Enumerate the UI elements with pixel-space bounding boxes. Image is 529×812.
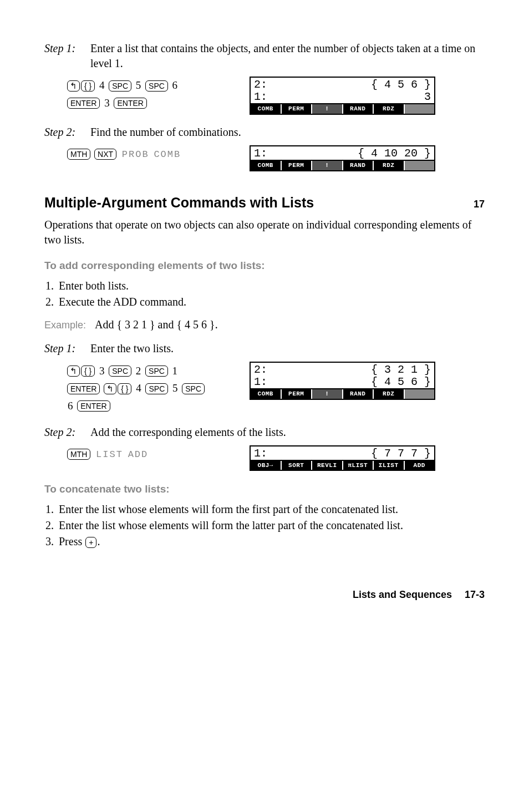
stack-level-1: 1: [254,376,267,388]
list-item: Execute the ADD command. [57,295,485,309]
digit-3: 3 [104,95,110,111]
digit-3: 3 [99,363,105,379]
stack-level-2: 2: [254,79,267,91]
softkey-empty [405,104,435,114]
softkey: PERM [282,161,313,170]
add-steps-list: Enter both lists. Execute the ADD comman… [44,278,485,309]
step2: Step 2: Find the number of combinations. [44,125,485,140]
example-label: Example: [44,319,86,331]
softkey: PERM [282,389,313,399]
softkey: ! [312,104,343,114]
softkey: COMB [251,389,282,399]
softkey: ! [312,389,343,399]
spc-key: SPC [145,383,168,394]
digit-6: 6 [172,77,178,94]
subhead-concat: To concatenate two lists: [44,482,485,496]
step2-row: MTH NXT PROB COMB 1:{ 4 10 20 } COMB PER… [44,145,485,171]
step1-screen: 2:{ 4 5 6 } 1:3 COMB PERM ! RAND RDZ [250,77,435,115]
softkey: RAND [343,161,374,170]
example-line: Example: Add { 3 2 1 } and { 4 5 6 }. [44,317,485,332]
softkey: RDZ [374,161,405,170]
brace-key: { } [81,80,95,92]
softkey: ADD [405,461,435,470]
example-text: Add { 3 2 1 } and { 4 5 6 }. [95,318,218,331]
digit-6: 6 [68,398,73,414]
softkey: COMB [251,104,282,114]
ex-step2: Step 2: Add the corresponding elements o… [44,425,485,440]
softkey-row: OBJ→ SORT REVLI πLIST ΣLIST ADD [251,460,434,470]
softkey: SORT [282,461,313,470]
page-footer: Lists and Sequences 17-3 [44,588,485,601]
brace-key: { } [118,383,131,394]
press-text: Press [59,535,85,547]
step1: Step 1: Enter a list that contains the o… [44,41,485,71]
stack-value-1: { 7 7 7 } [371,448,431,460]
softkey: ΣLIST [374,461,405,470]
mth-key: MTH [67,449,90,460]
softkey: PERM [282,104,313,114]
ex-step2-label: Step 2: [44,425,88,440]
menu-list: LIST [96,447,123,462]
stack-value-1: { 4 5 6 } [371,376,431,388]
ex-step1: Step 1: Enter the two lists. [44,341,485,356]
nxt-key: NXT [94,149,116,160]
softkey: RAND [343,104,374,114]
softkey: REVLI [312,461,343,470]
softkey: COMB [251,161,282,170]
enter-key: ENTER [67,98,100,109]
enter-key: ENTER [77,400,110,412]
step2-label: Step 2: [44,125,88,140]
softkey: ! [312,161,343,170]
concat-steps-list: Enter the list whose elements will form … [44,502,485,549]
ex-step1-keys: ↰{ } 3 SPC 2 SPC 1 ENTER ↰{ } 4 SPC 5 SP… [44,362,250,414]
spc-key: SPC [109,366,131,377]
softkey-empty [405,389,435,399]
softkey: OBJ→ [251,461,282,470]
digit-1: 1 [172,363,178,379]
ex-step2-row: MTH LIST ADD 1:{ 7 7 7 } OBJ→ SORT REVLI… [44,445,485,471]
subhead-add: To add corresponding elements of two lis… [44,258,485,273]
spc-key: SPC [182,383,205,394]
ex-step1-text: Enter the two lists. [90,341,484,356]
digit-4: 4 [136,380,141,397]
ex-step1-screen: 2:{ 3 2 1 } 1:{ 4 5 6 } COMB PERM ! RAND… [250,362,435,400]
period: . [97,535,100,547]
softkey-row: COMB PERM ! RAND RDZ [251,103,434,114]
step1-row: ↰{ } 4 SPC 5 SPC 6 ENTER 3 ENTER 2:{ 4 5… [44,77,485,115]
menu-prob: PROB [122,147,149,162]
stack-level-1: 1: [254,448,267,460]
ex-step2-text: Add the corresponding elements of the li… [90,425,484,440]
step1-label: Step 1: [44,41,88,56]
list-item: Enter the list whose elements will form … [57,518,485,533]
ex-step2-screen: 1:{ 7 7 7 } OBJ→ SORT REVLI πLIST ΣLIST … [250,445,435,471]
digit-5: 5 [172,380,178,397]
digit-5: 5 [136,77,141,94]
enter-key: ENTER [114,98,146,109]
spc-key: SPC [145,366,168,377]
menu-comb: COMB [154,147,181,162]
mth-key: MTH [67,149,90,160]
step2-text: Find the number of combinations. [90,125,484,140]
left-shift-key: ↰ [67,366,80,377]
brace-key: { } [81,366,95,377]
step2-screen: 1:{ 4 10 20 } COMB PERM ! RAND RDZ [250,145,435,171]
left-shift-key: ↰ [104,383,116,394]
stack-value-1: 3 [424,91,431,103]
ex-step1-row: ↰{ } 3 SPC 2 SPC 1 ENTER ↰{ } 4 SPC 5 SP… [44,362,485,414]
plus-key: + [85,537,96,548]
section-heading: Multiple-Argument Commands with Lists [44,194,314,212]
spc-key: SPC [109,80,131,92]
softkey: RDZ [374,389,405,399]
list-item: Enter the list whose elements will form … [57,502,485,517]
stack-value-2: { 3 2 1 } [371,364,431,376]
softkey: RAND [343,389,374,399]
digit-2: 2 [136,363,141,379]
intro-paragraph: Operations that operate on two objects c… [44,217,485,247]
ex-step2-keys: MTH LIST ADD [44,445,250,462]
step1-keys: ↰{ } 4 SPC 5 SPC 6 ENTER 3 ENTER [44,77,250,112]
ex-step1-label: Step 1: [44,341,88,356]
stack-value-2: { 4 5 6 } [371,79,431,91]
softkey-row: COMB PERM ! RAND RDZ [251,388,434,399]
step1-text: Enter a list that contains the objects, … [90,41,484,71]
digit-4: 4 [99,77,105,94]
